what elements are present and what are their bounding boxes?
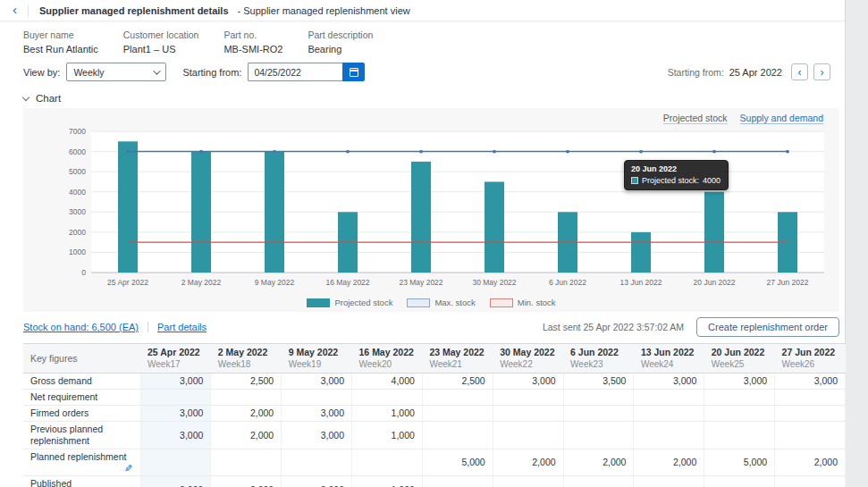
page-subtitle: - Supplier managed replenishment view [238, 5, 410, 16]
column-date: 9 May 2022 [289, 347, 345, 357]
cell-value: 3,000 [282, 374, 352, 390]
customer-location-value: Plant1 – US [123, 44, 199, 55]
customer-location-label: Customer location [123, 29, 199, 40]
cell-value[interactable] [352, 449, 423, 476]
bar-20 Jun 2022[interactable] [704, 192, 724, 273]
tooltip-series-swatch [631, 177, 638, 184]
column-header-Week19: 9 May 2022Week19 [282, 344, 352, 374]
next-period-button[interactable]: › [813, 63, 830, 80]
part-no-label: Part no. [223, 29, 282, 40]
column-header-Week23: 6 Jun 2022Week23 [563, 344, 634, 374]
column-week: Week26 [782, 359, 839, 369]
buyer-name-label: Buyer name [23, 29, 98, 40]
bar-30 May 2022[interactable] [485, 181, 504, 273]
key-figures-header: Key figures [30, 347, 133, 364]
cell-value[interactable]: 5,000 [704, 449, 775, 476]
tooltip-value: 4000 [703, 176, 721, 185]
part-description-label: Part description [308, 29, 373, 40]
column-header-Week17: 25 Apr 2022Week17 [140, 344, 211, 374]
back-icon[interactable]: ‹ [9, 1, 22, 21]
svg-text:13 Jun 2022: 13 Jun 2022 [620, 278, 662, 287]
cell-value: 3,000 [140, 422, 211, 449]
cell-value[interactable] [282, 449, 352, 476]
view-projected-stock[interactable]: Projected stock [663, 113, 728, 124]
column-week: Week22 [500, 359, 556, 369]
cell-value[interactable]: 2,000 [634, 449, 704, 476]
table-row: Previous planned replenishment3,0002,000… [23, 422, 846, 449]
bar-13 Jun 2022[interactable] [631, 232, 651, 273]
cell-value[interactable] [211, 449, 282, 476]
cell-value [211, 390, 282, 406]
cell-value: 2,000 [211, 422, 282, 449]
row-label: Planned replenishment✎ [23, 449, 140, 476]
cell-value [563, 476, 634, 487]
stock-on-hand-link[interactable]: Stock on hand: 6,500 (EA) [23, 322, 139, 332]
column-week: Week24 [641, 359, 697, 369]
view-supply-and-demand[interactable]: Supply and demand [740, 113, 823, 124]
cell-value[interactable]: 2,000 [775, 449, 846, 476]
previous-period-button[interactable]: ‹ [791, 63, 808, 80]
view-by-label: View by: [23, 67, 60, 78]
column-date: 2 May 2022 [218, 347, 274, 357]
row-label: Net requirement [23, 390, 140, 406]
collapse-chevron-icon[interactable] [22, 93, 29, 100]
bar-2 May 2022[interactable] [191, 152, 211, 273]
cell-value: 3,000 [634, 374, 704, 390]
legend-label: Min. stock [518, 298, 556, 307]
cell-value [493, 422, 563, 449]
create-replenishment-order-button[interactable]: Create replenishment order [696, 317, 839, 337]
period-navigator: Starting from: 25 Apr 2022 ‹ › [668, 63, 830, 80]
svg-text:20 Jun 2022: 20 Jun 2022 [694, 278, 736, 287]
legend-swatch [307, 298, 330, 307]
legend-item-min: Min. stock [490, 298, 556, 307]
bar-9 May 2022[interactable] [265, 152, 284, 273]
cell-value: 3,000 [493, 374, 563, 390]
chart-section-header: Chart [0, 89, 845, 108]
calendar-icon [350, 68, 358, 77]
cell-value: 2,500 [422, 374, 493, 390]
cell-value[interactable]: 2,000 [493, 449, 563, 476]
svg-text:25 Apr 2022: 25 Apr 2022 [107, 278, 148, 287]
cell-value[interactable]: 5,000 [422, 449, 493, 476]
svg-text:4000: 4000 [69, 188, 86, 197]
svg-text:30 May 2022: 30 May 2022 [472, 278, 516, 287]
cell-value [422, 422, 493, 449]
chart-view-toggle: Projected stock Supply and demand [23, 111, 839, 126]
cell-value: 3,500 [563, 374, 634, 390]
cell-value [140, 390, 211, 406]
column-header-Week26: 27 Jun 2022Week26 [775, 344, 846, 374]
app-window: ‹ Supplier managed replenishment details… [0, 0, 846, 487]
key-figures-table: Key figures25 Apr 2022Week172 May 2022We… [23, 343, 846, 487]
column-week: Week19 [289, 359, 345, 369]
view-by-select[interactable]: Weekly [66, 63, 166, 81]
cell-value: 4,000 [352, 374, 423, 390]
calendar-button[interactable] [342, 63, 365, 81]
period-label: Starting from: [668, 67, 724, 78]
cell-value: 1,000 [352, 476, 423, 487]
cell-value: 3,000 [704, 374, 775, 390]
cell-value [704, 390, 775, 406]
legend-swatch [407, 298, 430, 307]
bar-25 Apr 2022[interactable] [118, 141, 138, 273]
starting-from-date-input[interactable] [248, 63, 342, 81]
cell-value: 3,000 [282, 406, 352, 422]
last-sent-timestamp: Last sent 25 Apr 2022 3:57:02 AM [543, 322, 684, 332]
bar-23 May 2022[interactable] [411, 162, 431, 273]
page-title: Supplier managed replenishment details [39, 5, 229, 16]
part-details-link[interactable]: Part details [157, 322, 206, 332]
svg-text:1000: 1000 [69, 248, 86, 256]
cell-value [493, 390, 563, 406]
edit-pencil-icon[interactable]: ✎ [124, 463, 132, 474]
cell-value: 2,000 [211, 406, 282, 422]
cell-value: 3,000 [282, 476, 352, 487]
column-header-Week25: 20 Jun 2022Week25 [704, 344, 775, 374]
buyer-name-field: Buyer name Best Run Atlantic [23, 29, 98, 55]
cell-value [493, 406, 563, 422]
svg-text:5000: 5000 [69, 167, 86, 176]
cell-value[interactable] [140, 449, 211, 476]
cell-value[interactable]: 2,000 [563, 449, 634, 476]
column-date: 20 Jun 2022 [712, 347, 768, 357]
svg-text:6000: 6000 [69, 147, 86, 156]
tooltip-date: 20 Jun 2022 [631, 164, 721, 173]
starting-from-label: Starting from: [182, 67, 241, 78]
